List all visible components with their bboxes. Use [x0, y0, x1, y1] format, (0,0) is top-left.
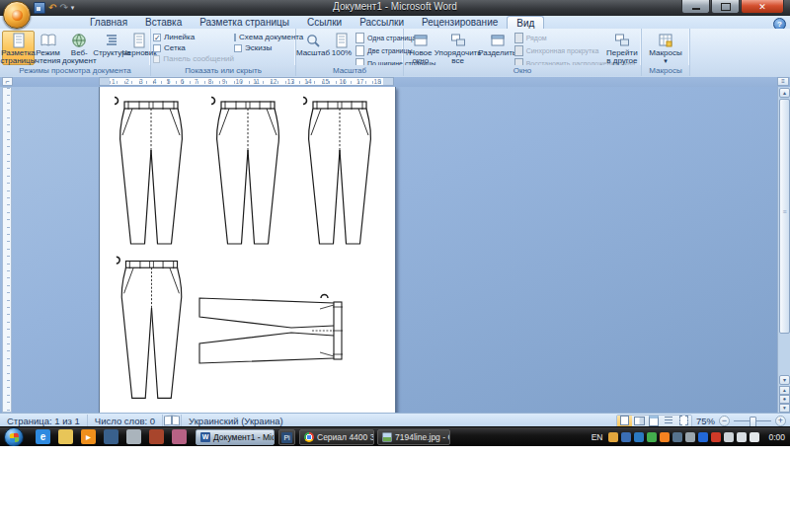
qat-menu-icon[interactable]: ▾: [71, 4, 75, 12]
web-layout-button[interactable]: Веб-документ: [61, 31, 98, 65]
spellcheck-status[interactable]: [163, 415, 182, 427]
select-browse-object-button[interactable]: ●: [779, 395, 790, 404]
outline-shortcut[interactable]: [662, 416, 676, 426]
zoom-slider[interactable]: [734, 416, 771, 426]
tray-update-icon[interactable]: [608, 432, 618, 442]
close-button[interactable]: ✕: [741, 0, 784, 14]
ruler-toggle-button[interactable]: ≡: [777, 77, 789, 86]
taskbar-word-button[interactable]: W Документ1 - Micros...: [196, 429, 275, 445]
page-count[interactable]: Страница: 1 из 1: [0, 415, 88, 427]
tab-vstavka[interactable]: Вставка: [136, 16, 191, 29]
tray-alert-icon[interactable]: [711, 432, 721, 442]
web-layout-shortcut[interactable]: [647, 416, 662, 426]
vertical-ruler[interactable]: [2, 87, 12, 413]
tray-volume-icon[interactable]: [750, 432, 759, 442]
minimize-button[interactable]: [681, 0, 710, 14]
outline-view-icon: [104, 33, 119, 48]
tab-retsenzirovanie[interactable]: Рецензирование: [413, 16, 507, 29]
vertical-scrollbar[interactable]: ▴ ▾ ▴ ● ▾: [777, 87, 790, 413]
group-label-macros: Макросы: [642, 65, 689, 76]
new-window-button[interactable]: Новое окно: [406, 31, 435, 65]
trousers-side-horizontal-sketch[interactable]: [194, 292, 350, 369]
tab-glavnaya[interactable]: Главная: [81, 16, 136, 29]
taskbar-browser-button[interactable]: Сериал 4400 3 сезон...: [299, 429, 374, 445]
zoom-slider-thumb[interactable]: [750, 417, 756, 427]
tab-vid[interactable]: Вид: [507, 16, 544, 29]
arrange-all-button[interactable]: Упорядочить все: [435, 31, 481, 65]
print-layout-shortcut[interactable]: [617, 416, 632, 426]
office-button[interactable]: [3, 1, 31, 29]
trousers-front-sketch-4[interactable]: [112, 253, 192, 403]
reading-mode-icon: [40, 33, 56, 48]
group-label-window: Окно: [404, 65, 641, 76]
document-page[interactable]: [99, 87, 396, 413]
app-swirl-icon[interactable]: [172, 429, 187, 444]
switch-windows-button[interactable]: Перейти в другое окно ▾: [605, 31, 639, 65]
split-button[interactable]: Разделить: [481, 31, 514, 65]
zoom-button[interactable]: Масштаб: [298, 31, 328, 65]
trousers-front-sketch-1[interactable]: [110, 94, 193, 248]
checkbox-thumbnails[interactable]: Эскизы: [234, 43, 293, 52]
language-indicator[interactable]: EN: [592, 432, 603, 442]
tray-battery-icon[interactable]: [724, 432, 734, 442]
language-status[interactable]: Украинский (Украина): [182, 415, 290, 427]
draft-view-icon: [131, 33, 147, 48]
zoom-out-button[interactable]: −: [719, 416, 730, 426]
zoom-100-button[interactable]: 100%: [328, 31, 356, 65]
word-count[interactable]: Число слов: 0: [88, 415, 163, 427]
tray-app-slate-icon[interactable]: [672, 432, 682, 442]
save-icon[interactable]: [34, 2, 45, 14]
tab-razmetka-stranitsy[interactable]: Разметка страницы: [191, 16, 298, 29]
zoom-level[interactable]: 75%: [696, 416, 715, 426]
horizontal-ruler[interactable]: 123456789101112131415161718: [99, 77, 394, 86]
zoom-in-button[interactable]: +: [775, 416, 786, 426]
folder-icon[interactable]: [58, 429, 73, 444]
app-window-icon[interactable]: [104, 429, 118, 444]
redo-icon[interactable]: ↷: [59, 3, 67, 13]
ruler-number: 6: [181, 78, 185, 85]
tray-display-icon[interactable]: [685, 432, 695, 442]
scrollbar-thumb[interactable]: [779, 99, 790, 334]
group-label-show-hide: Показать или скрыть: [151, 65, 295, 76]
print-layout-button[interactable]: Разметка страницы: [2, 31, 35, 65]
tray-network-icon[interactable]: [737, 432, 747, 442]
checkbox-gridlines[interactable]: Сетка: [153, 43, 234, 52]
tab-stop-selector[interactable]: ⌐: [2, 77, 13, 86]
full-screen-reading-shortcut[interactable]: [632, 416, 647, 426]
previous-page-button[interactable]: ▴: [779, 386, 790, 395]
internet-explorer-icon[interactable]: e: [36, 429, 50, 444]
ruler-number: 16: [339, 78, 346, 85]
taskbar-image-viewer-button[interactable]: 7194line.jpg - Средс...: [377, 429, 450, 445]
document-area: ▴ ▾ ▴ ● ▾: [0, 87, 790, 413]
next-page-button[interactable]: ▾: [779, 404, 790, 413]
media-player-icon[interactable]: ▸: [81, 429, 96, 444]
tab-ssylki[interactable]: Ссылки: [298, 16, 351, 29]
reading-mode-button[interactable]: Режим чтения: [35, 31, 61, 65]
taskbar-pi-button[interactable]: Pi: [278, 429, 295, 445]
tray-app-blue-icon[interactable]: [621, 432, 631, 442]
tray-agent-icon[interactable]: [660, 432, 670, 442]
macros-button[interactable]: Макросы▾: [646, 31, 685, 65]
trousers-front-sketch-3[interactable]: [298, 94, 381, 248]
tray-antivirus-icon[interactable]: [647, 432, 657, 442]
checkbox-document-map[interactable]: Схема документа: [234, 33, 293, 41]
app-gray-icon[interactable]: [126, 429, 141, 444]
tray-browser-icon[interactable]: [634, 432, 644, 442]
scroll-up-icon[interactable]: ▴: [779, 88, 790, 98]
draft-view-button[interactable]: Черновик: [126, 31, 153, 65]
minimize-icon: [692, 8, 700, 10]
clock[interactable]: 0:00: [768, 432, 785, 442]
app-tower-icon[interactable]: [149, 429, 164, 444]
checkbox-ruler[interactable]: ✓ Линейка: [153, 33, 234, 41]
scroll-down-icon[interactable]: ▾: [779, 375, 790, 385]
tray-bluetooth-icon[interactable]: [698, 432, 708, 442]
maximize-button[interactable]: [711, 0, 740, 14]
tab-rassylki[interactable]: Рассылки: [351, 16, 413, 29]
one-page-button[interactable]: Одна страница: [356, 33, 401, 43]
undo-icon[interactable]: ↶: [48, 3, 56, 13]
zoom-100-icon: [334, 33, 350, 48]
trousers-front-sketch-2[interactable]: [206, 94, 289, 248]
draft-shortcut[interactable]: [676, 416, 691, 426]
two-pages-button[interactable]: Две страницы: [356, 45, 401, 56]
start-button[interactable]: [4, 427, 24, 446]
